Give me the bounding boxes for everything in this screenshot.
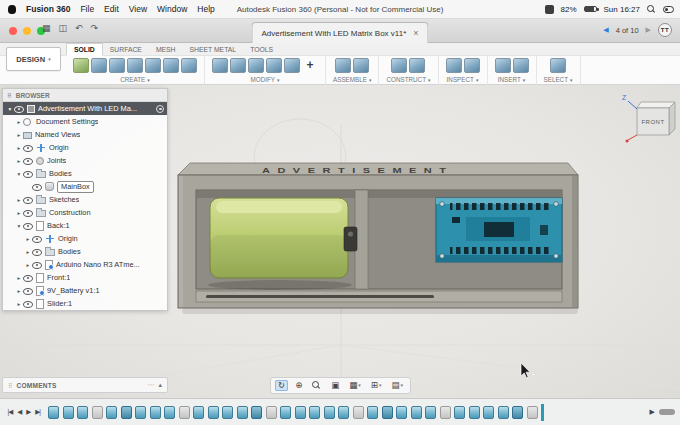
menu-help[interactable]: Help <box>197 4 214 14</box>
chevron-icon[interactable]: ▸ <box>15 288 23 294</box>
chevron-icon[interactable]: ▾ <box>15 223 23 229</box>
ribbon-tab-tools[interactable]: TOOLS <box>243 43 280 56</box>
tree-item-named-views[interactable]: ▸Named Views <box>3 128 167 141</box>
tool-icon[interactable] <box>353 58 369 73</box>
tree-item-arduino-nano-r3-atme[interactable]: ▸Arduino Nano R3 ATme... <box>3 258 167 271</box>
group-label-modify[interactable]: MODIFY <box>250 76 275 83</box>
tool-icon[interactable] <box>145 58 161 73</box>
tree-item-origin[interactable]: ▸Origin <box>3 141 167 154</box>
timeline-feature-icon[interactable] <box>324 406 335 419</box>
tool-icon[interactable] <box>446 58 462 73</box>
visibility-eye-icon[interactable] <box>32 248 43 256</box>
drag-grip-icon[interactable]: ⠿ <box>7 92 12 99</box>
timeline-feature-icon[interactable] <box>425 406 436 419</box>
chevron-icon[interactable]: ▸ <box>15 197 23 203</box>
spotlight-search-icon[interactable] <box>647 5 656 14</box>
timeline-scroll-right-icon[interactable]: ▶ <box>650 408 655 416</box>
group-label-create[interactable]: CREATE <box>120 76 145 83</box>
timeline-feature-icon[interactable] <box>440 406 451 419</box>
timeline-zoom-handle[interactable] <box>659 409 675 415</box>
chevron-icon[interactable]: ▸ <box>24 236 32 242</box>
timeline-feature-icon[interactable] <box>367 406 378 419</box>
timeline-feature-icon[interactable] <box>338 406 349 419</box>
ribbon-tab-sheet-metal[interactable]: SHEET METAL <box>183 43 244 56</box>
visibility-eye-icon[interactable] <box>23 209 34 217</box>
fit-view-icon[interactable]: ▣ <box>328 380 342 391</box>
tree-item-mainbox[interactable]: MainBox <box>3 180 167 193</box>
timeline-feature-icon[interactable] <box>295 406 306 419</box>
tool-icon[interactable] <box>464 58 480 73</box>
menu-view[interactable]: View <box>129 4 147 14</box>
viewcube[interactable]: FRONT Z <box>622 94 675 143</box>
chevron-icon[interactable]: ▸ <box>24 249 32 255</box>
tool-icon[interactable] <box>127 58 143 73</box>
comments-panel[interactable]: ⠿ COMMENTS ⋯ ▴ <box>2 377 168 393</box>
tree-item-construction[interactable]: ▸Construction <box>3 206 167 219</box>
tool-icon[interactable] <box>163 58 179 73</box>
tool-icon[interactable]: + <box>302 58 318 73</box>
display-settings-icon[interactable]: ▦▾ <box>346 380 364 391</box>
timeline-feature-icon[interactable] <box>135 406 146 419</box>
visibility-eye-icon[interactable] <box>32 261 43 269</box>
menu-app-name[interactable]: Fusion 360 <box>26 4 70 14</box>
timeline-feature-icon[interactable] <box>280 406 291 419</box>
tree-item-origin[interactable]: ▸Origin <box>3 232 167 245</box>
tool-icon[interactable] <box>284 58 300 73</box>
user-avatar[interactable]: TT <box>658 23 672 37</box>
timeline-feature-icon[interactable] <box>150 406 161 419</box>
undo-icon[interactable]: ↶ <box>75 23 83 33</box>
minimize-window-button[interactable] <box>23 27 31 35</box>
menu-file[interactable]: File <box>80 4 94 14</box>
tool-icon[interactable] <box>335 58 351 73</box>
chevron-icon[interactable]: ▸ <box>15 132 23 138</box>
timeline-feature-icon[interactable] <box>309 406 320 419</box>
group-label-assemble[interactable]: ASSEMBLE <box>333 76 367 83</box>
drag-grip-icon[interactable]: ⠿ <box>8 382 12 389</box>
viewports-icon[interactable]: ▤▾ <box>388 380 406 391</box>
timeline-feature-icon[interactable] <box>266 406 277 419</box>
menu-window[interactable]: Window <box>157 4 187 14</box>
chevron-icon[interactable]: ▾ <box>6 106 14 112</box>
chevron-icon[interactable]: ▸ <box>15 210 23 216</box>
visibility-eye-icon[interactable] <box>23 144 34 152</box>
orbit-icon[interactable]: ↻ <box>275 380 288 391</box>
timeline-feature-icon[interactable] <box>411 406 422 419</box>
visibility-eye-icon[interactable] <box>23 287 34 295</box>
close-tab-icon[interactable]: × <box>413 28 418 38</box>
chevron-icon[interactable]: ▸ <box>15 145 23 151</box>
tool-icon[interactable] <box>513 58 529 73</box>
timeline-feature-icon[interactable] <box>77 406 88 419</box>
tool-icon[interactable] <box>181 58 197 73</box>
tool-icon[interactable] <box>109 58 125 73</box>
visibility-eye-icon[interactable] <box>23 300 34 308</box>
step-forward-icon[interactable]: ▶ <box>24 408 33 416</box>
visibility-eye-icon[interactable] <box>23 222 34 230</box>
menu-edit[interactable]: Edit <box>104 4 119 14</box>
tree-item-front-1[interactable]: ▸Front:1 <box>3 271 167 284</box>
go-to-end-icon[interactable]: ▶| <box>33 408 43 416</box>
save-icon[interactable]: ◫ <box>59 23 68 33</box>
close-window-button[interactable] <box>9 27 17 35</box>
tool-icon[interactable] <box>212 58 228 73</box>
zoom-window-icon[interactable] <box>309 380 324 391</box>
visibility-eye-icon[interactable] <box>23 170 34 178</box>
ribbon-tab-mesh[interactable]: MESH <box>149 43 183 56</box>
prev-page-icon[interactable]: ◀ <box>603 26 608 34</box>
document-tab[interactable]: Advertisement With LED Matrix Box v11* × <box>251 22 428 43</box>
timeline-feature-icon[interactable] <box>222 406 233 419</box>
timeline-feature-icon[interactable] <box>164 406 175 419</box>
timeline-feature-icon[interactable] <box>382 406 393 419</box>
chevron-icon[interactable]: ▾ <box>15 171 23 177</box>
tree-item-sketches[interactable]: ▸Sketches <box>3 193 167 206</box>
tree-item-back-1[interactable]: ▾Back:1 <box>3 219 167 232</box>
panels-icon[interactable]: ▦ <box>42 23 51 33</box>
grid-and-snaps-icon[interactable]: ⊞▾ <box>368 380 385 391</box>
timeline-feature-icon[interactable] <box>396 406 407 419</box>
pan-icon[interactable]: ⊕ <box>292 380 305 391</box>
arduino-model[interactable] <box>436 198 562 262</box>
timeline-feature-icon[interactable] <box>512 406 523 419</box>
tool-icon[interactable] <box>495 58 511 73</box>
apple-menu-icon[interactable] <box>8 5 16 14</box>
chevron-icon[interactable]: ▸ <box>15 158 23 164</box>
tool-icon[interactable] <box>248 58 264 73</box>
